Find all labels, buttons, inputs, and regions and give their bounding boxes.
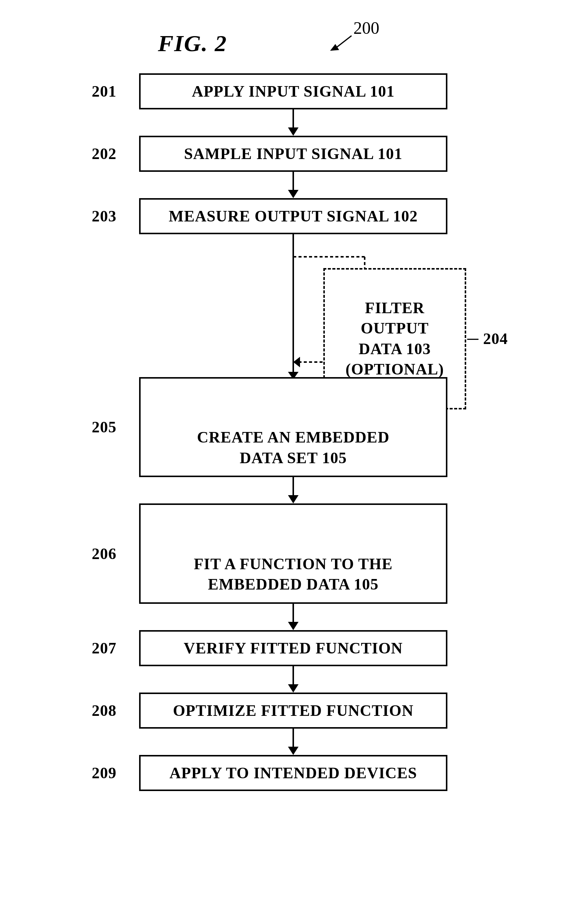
label-201: 201 bbox=[92, 83, 117, 100]
svg-marker-2 bbox=[330, 44, 339, 51]
step-205-box-wrapper: 205 CREATE AN EMBEDDEDDATA SET 105 bbox=[139, 377, 447, 477]
label-203: 203 bbox=[92, 207, 117, 225]
flowchart: 201 APPLY INPUT SIGNAL 101 202 SAMPLE IN… bbox=[57, 73, 530, 791]
step-206-box: 206 FIT A FUNCTION TO THEEMBEDDED DATA 1… bbox=[139, 504, 447, 603]
step-205-text: CREATE AN EMBEDDEDDATA SET 105 bbox=[197, 429, 389, 466]
step-208-box-wrapper: 208 OPTIMIZE FITTED FUNCTION bbox=[139, 693, 447, 729]
label-208: 208 bbox=[92, 701, 117, 719]
page: FIG. 2 200 201 APPLY INPUT SIGNAL 101 bbox=[0, 0, 588, 920]
arrow-207-208 bbox=[288, 666, 298, 693]
label-202: 202 bbox=[92, 145, 117, 163]
label-204: ─ 204 bbox=[467, 328, 508, 349]
step-207-box: 207 VERIFY FITTED FUNCTION bbox=[139, 630, 447, 666]
arrow-208-209 bbox=[288, 729, 298, 755]
step-201-box: 201 APPLY INPUT SIGNAL 101 bbox=[139, 73, 447, 109]
label-205: 205 bbox=[92, 417, 117, 437]
arrow-202-203 bbox=[288, 172, 298, 198]
step-202-box-wrapper: 202 SAMPLE INPUT SIGNAL 101 bbox=[139, 136, 447, 172]
step-208-box: 208 OPTIMIZE FITTED FUNCTION bbox=[139, 693, 447, 729]
arrow-205-206 bbox=[288, 477, 298, 504]
arrow-201-202 bbox=[288, 109, 298, 136]
step-202-text: SAMPLE INPUT SIGNAL 101 bbox=[184, 145, 402, 162]
lower-flow: 205 CREATE AN EMBEDDEDDATA SET 105 206 F… bbox=[139, 377, 447, 791]
step-201-box-wrapper: 201 APPLY INPUT SIGNAL 101 bbox=[139, 73, 447, 109]
step-201-wrapper: 201 APPLY INPUT SIGNAL 101 202 SAMPLE IN… bbox=[139, 73, 447, 234]
svg-text:200: 200 bbox=[353, 21, 379, 37]
step-203-box-wrapper: 203 MEASURE OUTPUT SIGNAL 102 bbox=[139, 198, 447, 234]
label-209: 209 bbox=[92, 764, 117, 782]
step-204-text: FILTER OUTPUTDATA 103(OPTIONAL) bbox=[345, 299, 444, 378]
arrow-206-207 bbox=[288, 604, 298, 630]
label-207: 207 bbox=[92, 639, 117, 657]
figure-title: FIG. 2 bbox=[158, 30, 227, 57]
step-201-text: APPLY INPUT SIGNAL 101 bbox=[192, 83, 395, 100]
svg-marker-9 bbox=[293, 357, 300, 367]
filter-area: FILTER OUTPUTDATA 103(OPTIONAL) ─ 204 bbox=[139, 234, 447, 377]
step-203-box: 203 MEASURE OUTPUT SIGNAL 102 bbox=[139, 198, 447, 234]
step-207-box-wrapper: 207 VERIFY FITTED FUNCTION bbox=[139, 630, 447, 666]
ref-200-arrow: 200 bbox=[308, 21, 391, 55]
step-207-text: VERIFY FITTED FUNCTION bbox=[184, 640, 403, 657]
step-209-box: 209 APPLY TO INTENDED DEVICES bbox=[139, 755, 447, 791]
step-203-text: MEASURE OUTPUT SIGNAL 102 bbox=[169, 207, 418, 225]
step-209-box-wrapper: 209 APPLY TO INTENDED DEVICES bbox=[139, 755, 447, 791]
step-206-box-wrapper: 206 FIT A FUNCTION TO THEEMBEDDED DATA 1… bbox=[139, 504, 447, 603]
step-208-text: OPTIMIZE FITTED FUNCTION bbox=[173, 702, 413, 719]
step-205-box: 205 CREATE AN EMBEDDEDDATA SET 105 bbox=[139, 377, 447, 477]
label-206: 206 bbox=[92, 543, 117, 564]
step-209-text: APPLY TO INTENDED DEVICES bbox=[170, 765, 417, 782]
step-206-text: FIT A FUNCTION TO THEEMBEDDED DATA 105 bbox=[194, 555, 392, 593]
step-202-box: 202 SAMPLE INPUT SIGNAL 101 bbox=[139, 136, 447, 172]
